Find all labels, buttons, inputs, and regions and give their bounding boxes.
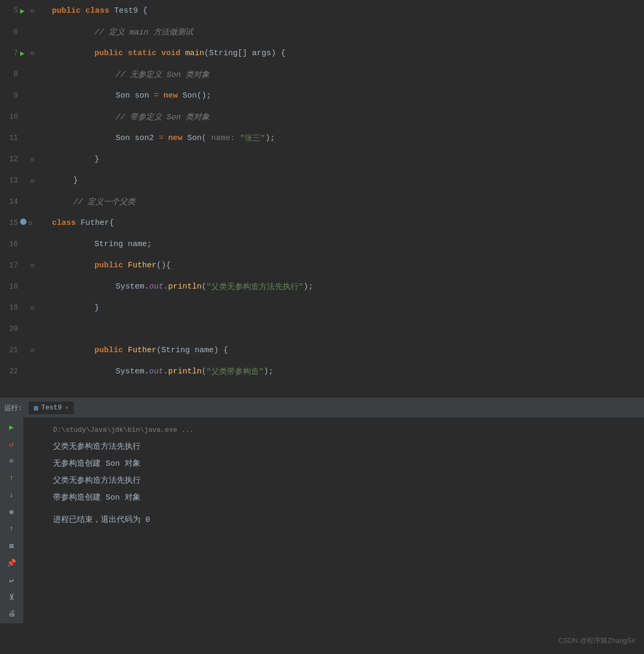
- pin-icon[interactable]: 📌: [5, 556, 18, 569]
- fold-btn[interactable]: ⊟: [31, 262, 38, 269]
- code-line: 10// 带参定义 Son 类对象: [0, 106, 644, 127]
- line-gutter: 8: [0, 64, 48, 85]
- token-brace: []: [238, 49, 247, 58]
- token-kw: public: [52, 6, 85, 15]
- token-brace: }: [94, 303, 99, 312]
- line-gutter: 17⊟: [0, 255, 48, 276]
- code-line: 16String name;: [0, 233, 644, 255]
- breakpoint-icon[interactable]: [20, 219, 27, 227]
- code-line: 14// 定义一个父类: [0, 191, 644, 212]
- token-paren: (: [202, 367, 206, 376]
- token-comment: // 带参定义 Son 类对象: [116, 112, 210, 122]
- fold-btn[interactable]: ⊟: [31, 7, 38, 14]
- token-brace: }: [94, 155, 99, 164]
- console-body: ▶↺■↑↓⊕↑⊞📌↵⊻🖨 D:\study\Java\jdk\bin\java.…: [0, 417, 644, 654]
- token-type: Son: [116, 91, 135, 100]
- code-content: public Futher(){: [48, 255, 644, 276]
- layout-icon[interactable]: ⊞: [5, 539, 18, 552]
- run-icon[interactable]: ▶: [5, 421, 18, 433]
- run-gutter-btn[interactable]: ▶: [20, 6, 29, 15]
- code-line: 21⊟public Futher(String name) {: [0, 339, 644, 361]
- line-number: 21: [4, 346, 18, 354]
- rerun-icon[interactable]: ↺: [5, 438, 18, 450]
- line-number: 12: [4, 155, 18, 163]
- fold-btn[interactable]: ⊟: [31, 177, 38, 184]
- code-line: 12⊟}: [0, 149, 644, 170]
- line-number: 9: [4, 91, 18, 100]
- line-number: 7: [4, 49, 18, 57]
- token-paren: (: [202, 134, 206, 143]
- token-string: "父类带参构造": [206, 367, 264, 377]
- line-gutter: 9: [0, 85, 48, 106]
- token-type: Son: [116, 134, 135, 143]
- run-gutter-btn[interactable]: ▶: [20, 49, 29, 58]
- code-line: 20: [0, 318, 644, 339]
- line-gutter: 10: [0, 106, 48, 127]
- token-type: System: [116, 282, 144, 291]
- fold-btn[interactable]: ⊟: [31, 156, 38, 163]
- wrap-icon[interactable]: ↵: [5, 573, 18, 586]
- token-brace: {: [276, 49, 285, 58]
- filter-icon[interactable]: ⊕: [5, 505, 18, 518]
- tab-close-btn[interactable]: ×: [65, 405, 69, 411]
- token-var: name: [195, 346, 214, 355]
- output-line: 父类无参构造方法先执行: [53, 439, 194, 456]
- token-kw: public: [94, 261, 128, 270]
- line-number: 6: [4, 28, 18, 36]
- move-down-icon[interactable]: ↓: [5, 489, 18, 501]
- code-line: 22System.out.println("父类带参构造");: [0, 361, 644, 382]
- fold-btn[interactable]: ⊟: [31, 347, 38, 354]
- token-var: son2: [135, 134, 159, 143]
- fold-btn[interactable]: ⊟: [31, 304, 38, 311]
- code-content: class Futher{: [48, 212, 644, 233]
- code-line: 8// 无参定义 Son 类对象: [0, 64, 644, 85]
- code-line: 11Son son2 = new Son( name: "张三");: [0, 127, 644, 149]
- up-icon2[interactable]: ↑: [5, 522, 18, 535]
- token-kw: new: [163, 91, 182, 100]
- fold-btn[interactable]: ⊟: [29, 220, 36, 226]
- token-method: main: [185, 49, 204, 58]
- code-content: public Futher(String name) {: [48, 339, 644, 361]
- run-tab[interactable]: ▦ Test9 ×: [29, 402, 74, 414]
- output-lines-container: 父类无参构造方法先执行无参构造创建 Son 对象父类无参构造方法先执行带参构造创…: [53, 439, 194, 507]
- code-content: Son son = new Son();: [48, 85, 644, 106]
- move-up-icon[interactable]: ↑: [5, 472, 18, 484]
- token-dot: .: [144, 367, 149, 376]
- line-gutter: 14: [0, 191, 48, 212]
- clear-icon[interactable]: ⊻: [5, 590, 18, 603]
- code-line: 18System.out.println("父类无参构造方法先执行");: [0, 276, 644, 297]
- console-toolbar: ▶↺■↑↓⊕↑⊞📌↵⊻🖨: [0, 417, 23, 623]
- print-icon[interactable]: 🖨: [5, 607, 18, 620]
- line-gutter: 16: [0, 233, 48, 255]
- token-method: println: [168, 367, 202, 376]
- line-number: 11: [4, 134, 18, 142]
- line-number: 17: [4, 261, 18, 269]
- code-content: }: [48, 297, 644, 318]
- token-paren: (: [204, 49, 209, 58]
- token-string: "父类无参构造方法先执行": [206, 282, 303, 292]
- line-gutter: 7▶⊟: [0, 42, 48, 64]
- token-type: String: [94, 240, 128, 249]
- line-number: 18: [4, 282, 18, 291]
- code-line: 7▶⊟public static void main(String[] args…: [0, 42, 644, 64]
- line-gutter: 15⊟: [0, 212, 48, 233]
- token-var: ;: [308, 282, 313, 291]
- token-method: Futher: [128, 346, 156, 355]
- fold-btn[interactable]: ⊟: [31, 50, 38, 57]
- code-content: }: [48, 170, 644, 191]
- line-gutter: 19⊟: [0, 297, 48, 318]
- code-content: // 无参定义 Son 类对象: [48, 64, 644, 85]
- token-brace: {: [143, 6, 147, 15]
- line-number: 8: [4, 70, 18, 79]
- token-string: "张三": [240, 133, 265, 143]
- token-paren: ): [303, 282, 308, 291]
- token-paren: (): [197, 91, 206, 100]
- console-output-area: D:\study\Java\jdk\bin\java.exe ... 父类无参构…: [47, 417, 200, 654]
- token-var: ;: [270, 134, 275, 143]
- output-line: 带参构造创建 Son 对象: [53, 490, 194, 507]
- token-paren: (: [156, 346, 161, 355]
- token-brace: }: [73, 176, 78, 185]
- code-content: // 定义一个父类: [48, 191, 644, 212]
- token-kw: class: [52, 219, 81, 228]
- stop-icon[interactable]: ■: [5, 455, 18, 467]
